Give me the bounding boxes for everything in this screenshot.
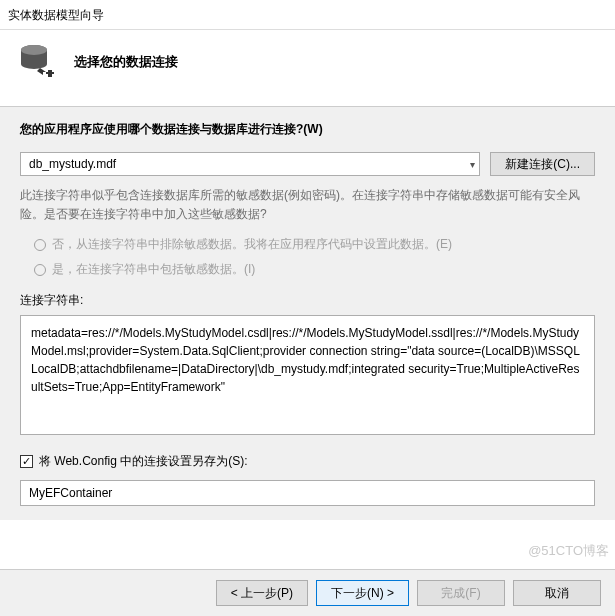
- radio-exclude-label: 否，从连接字符串中排除敏感数据。我将在应用程序代码中设置此数据。(E): [52, 236, 452, 253]
- watermark-text: @51CTO博客: [528, 542, 609, 560]
- window-title: 实体数据模型向导: [0, 0, 615, 30]
- sensitive-data-description: 此连接字符串似乎包含连接数据库所需的敏感数据(例如密码)。在连接字符串中存储敏感…: [20, 186, 595, 224]
- connection-combo-value: db_mystudy.mdf: [29, 157, 116, 171]
- wizard-page: 您的应用程序应使用哪个数据连接与数据库进行连接?(W) db_mystudy.m…: [0, 107, 615, 520]
- connection-question-label: 您的应用程序应使用哪个数据连接与数据库进行连接?(W): [20, 121, 595, 138]
- settings-name-input[interactable]: MyEFContainer: [20, 480, 595, 506]
- svg-rect-3: [46, 72, 54, 74]
- radio-include-label: 是，在连接字符串中包括敏感数据。(I): [52, 261, 255, 278]
- wizard-footer: < 上一步(P) 下一步(N) > 完成(F) 取消: [0, 569, 615, 616]
- previous-button[interactable]: < 上一步(P): [216, 580, 308, 606]
- connection-string-label: 连接字符串:: [20, 292, 595, 309]
- database-icon: [18, 42, 58, 82]
- sensitive-radio-group: 否，从连接字符串中排除敏感数据。我将在应用程序代码中设置此数据。(E) 是，在连…: [34, 236, 595, 278]
- finish-button: 完成(F): [417, 580, 505, 606]
- radio-exclude-sensitive: 否，从连接字符串中排除敏感数据。我将在应用程序代码中设置此数据。(E): [34, 236, 595, 253]
- header-title: 选择您的数据连接: [74, 53, 178, 71]
- connection-string-textbox[interactable]: metadata=res://*/Models.MyStudyModel.csd…: [20, 315, 595, 435]
- chevron-down-icon: ▾: [470, 159, 475, 170]
- radio-icon: [34, 239, 46, 251]
- next-button[interactable]: 下一步(N) >: [316, 580, 409, 606]
- svg-point-1: [21, 45, 47, 55]
- wizard-header: 选择您的数据连接: [0, 30, 615, 106]
- save-settings-label: 将 Web.Config 中的连接设置另存为(S):: [39, 453, 247, 470]
- connection-combo[interactable]: db_mystudy.mdf ▾: [20, 152, 480, 176]
- radio-include-sensitive: 是，在连接字符串中包括敏感数据。(I): [34, 261, 595, 278]
- new-connection-button[interactable]: 新建连接(C)...: [490, 152, 595, 176]
- save-settings-checkbox[interactable]: ✓: [20, 455, 33, 468]
- radio-icon: [34, 264, 46, 276]
- cancel-button[interactable]: 取消: [513, 580, 601, 606]
- check-icon: ✓: [22, 456, 31, 467]
